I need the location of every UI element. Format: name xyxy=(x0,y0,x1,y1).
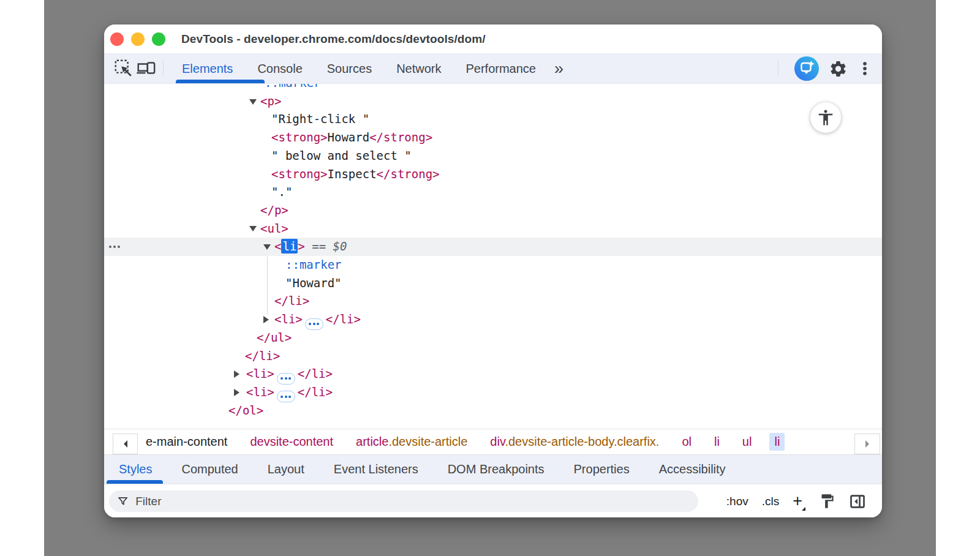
element-classes-button[interactable]: .cls xyxy=(762,495,780,508)
tab-performance[interactable]: Performance xyxy=(454,54,549,83)
code-token: li xyxy=(281,239,298,254)
collapse-arrow-icon[interactable] xyxy=(263,316,269,323)
crumb-token: ul xyxy=(742,435,752,448)
crumb-token: li xyxy=(714,435,720,448)
expand-arrow-icon[interactable] xyxy=(249,226,257,231)
tree-row[interactable]: "Right-click " xyxy=(104,110,882,129)
breadcrumb-item[interactable]: div.devsite-article-body.clearfix. xyxy=(485,433,664,451)
code-token: < xyxy=(274,239,281,253)
tab-accessibility[interactable]: Accessibility xyxy=(644,455,741,484)
breadcrumb-item[interactable]: li xyxy=(769,433,785,451)
accessibility-floating-button[interactable] xyxy=(810,102,841,133)
tree-row[interactable]: <li></li> xyxy=(104,383,882,402)
code-token: <strong> xyxy=(271,167,328,181)
overflow-dots-icon xyxy=(109,246,120,248)
code-token: > xyxy=(298,239,304,253)
inspect-element-icon[interactable] xyxy=(113,58,135,80)
code-token: </ul> xyxy=(257,331,292,344)
toggle-element-state-button[interactable]: :hov xyxy=(726,495,748,508)
tree-row[interactable]: <strong>Howard</strong> xyxy=(104,129,882,147)
tab-console[interactable]: Console xyxy=(245,54,314,83)
expand-ellipsis-icon[interactable] xyxy=(277,391,295,402)
tree-row[interactable]: </li> xyxy=(104,292,882,310)
code-token: Inspect xyxy=(328,167,377,181)
collapse-arrow-icon[interactable] xyxy=(234,370,239,378)
crumb-token: e-main-content xyxy=(146,435,227,448)
breadcrumb-scroll-left-button[interactable] xyxy=(113,434,138,454)
more-menu-dots-icon[interactable] xyxy=(858,59,872,78)
breadcrumb-item[interactable]: li xyxy=(709,433,725,451)
tab-dom-breakpoints[interactable]: DOM Breakpoints xyxy=(433,455,559,484)
code-token: <li> xyxy=(246,385,274,399)
tree-row[interactable]: </p> xyxy=(104,201,882,220)
tab-properties[interactable]: Properties xyxy=(559,455,644,484)
tree-row[interactable]: </li> xyxy=(104,347,882,366)
tree-row[interactable]: <li></li> xyxy=(104,365,882,383)
tree-row[interactable]: <ul> xyxy=(104,220,882,238)
sidebar-tab-strip: StylesComputedLayoutEvent ListenersDOM B… xyxy=(104,454,882,484)
code-token: </li> xyxy=(245,349,280,363)
more-panels-chevron[interactable]: » xyxy=(548,61,570,77)
tree-row[interactable]: "Howard" xyxy=(104,274,882,293)
expand-ellipsis-icon[interactable] xyxy=(277,373,295,385)
breadcrumb-scroll-right-button[interactable] xyxy=(854,434,880,454)
expand-arrow-icon[interactable] xyxy=(263,244,271,250)
tree-row[interactable]: </ul> xyxy=(104,329,882,347)
breadcrumb-item[interactable]: article.devsite-article xyxy=(351,433,472,451)
devtools-window: DevTools - developer.chrome.com/docs/dev… xyxy=(104,24,882,517)
tree-row-selected[interactable]: <li> == $0 xyxy=(104,238,882,256)
tab-computed[interactable]: Computed xyxy=(167,455,252,484)
devtools-toolbar: ElementsConsoleSourcesNetworkPerformance… xyxy=(104,54,882,84)
filter-field[interactable] xyxy=(109,490,698,512)
code-token: </strong> xyxy=(377,167,440,181)
code-token: </li> xyxy=(326,312,361,326)
new-style-rule-button[interactable]: + xyxy=(793,493,805,509)
code-token: </p> xyxy=(260,203,288,217)
tab-sources[interactable]: Sources xyxy=(315,54,384,83)
maximize-window-button[interactable] xyxy=(152,32,165,46)
breadcrumb-item[interactable]: devsite-content xyxy=(245,433,338,451)
code-token: "." xyxy=(271,185,292,198)
device-toolbar-icon[interactable] xyxy=(135,58,157,80)
code-token: ::marker xyxy=(265,84,321,89)
code-token: </strong> xyxy=(369,130,432,144)
tree-row[interactable]: ::marker xyxy=(104,256,882,274)
code-token: <p> xyxy=(260,94,281,108)
code-token: == xyxy=(305,239,333,253)
settings-gear-icon[interactable] xyxy=(829,59,848,78)
tree-row[interactable]: </ol> xyxy=(104,402,882,420)
background: DevTools - developer.chrome.com/docs/dev… xyxy=(44,0,936,556)
title-bar: DevTools - developer.chrome.com/docs/dev… xyxy=(104,24,882,54)
tab-elements[interactable]: Elements xyxy=(170,54,245,83)
code-token: "Howard" xyxy=(285,276,342,290)
styles-filter-bar: :hov .cls + xyxy=(104,484,882,517)
filter-input[interactable] xyxy=(135,495,691,508)
tree-row[interactable]: "." xyxy=(104,183,882,201)
ai-assistant-icon[interactable] xyxy=(794,56,819,81)
code-token: ::marker xyxy=(285,258,342,271)
tab-layout[interactable]: Layout xyxy=(253,455,319,484)
breadcrumb-item[interactable]: e-main-content xyxy=(141,433,232,451)
minimize-window-button[interactable] xyxy=(131,32,145,46)
tree-row[interactable]: <strong>Inspect</strong> xyxy=(104,165,882,184)
code-token: <li> xyxy=(274,312,303,326)
tree-row[interactable]: <li></li> xyxy=(104,310,882,329)
tree-row[interactable]: ::marker xyxy=(104,84,882,92)
expand-ellipsis-icon[interactable] xyxy=(305,318,323,330)
tree-row[interactable]: <p> xyxy=(104,92,882,111)
crumb-token: .devsite-article-body.clearfix. xyxy=(505,435,659,448)
crumb-token: li xyxy=(774,435,780,448)
toggle-sidebar-icon[interactable] xyxy=(849,493,866,510)
expand-arrow-icon[interactable] xyxy=(249,99,257,105)
breadcrumb-item[interactable]: ol xyxy=(677,433,696,451)
breadcrumb-item[interactable]: ul xyxy=(737,433,757,451)
tree-row[interactable]: " below and select " xyxy=(104,147,882,165)
close-window-button[interactable] xyxy=(110,32,124,46)
tab-event-listeners[interactable]: Event Listeners xyxy=(319,455,433,484)
rendering-emulation-icon[interactable] xyxy=(819,493,835,509)
collapse-arrow-icon[interactable] xyxy=(234,389,239,396)
tab-network[interactable]: Network xyxy=(384,54,453,83)
tab-styles[interactable]: Styles xyxy=(104,455,167,484)
crumb-token: article xyxy=(356,435,388,448)
dropdown-corner-icon xyxy=(802,507,805,511)
